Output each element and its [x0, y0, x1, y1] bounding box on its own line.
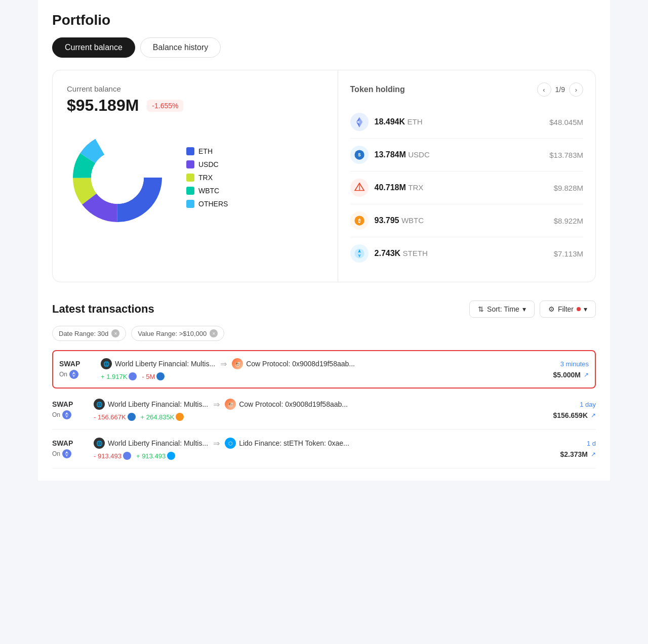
tx-addresses-2: 🌐 World Liberty Financial: Multis... ⇒ 🐮…: [94, 399, 539, 410]
eth-chain-icon-3: [62, 449, 71, 458]
balance-row: $95.189M -1.655%: [67, 96, 323, 115]
tx-amounts-3: - 913.493 + 913.493: [94, 452, 539, 460]
transactions-section: Latest transactions ⇅ Sort: Time ▾ ⚙ Fil…: [52, 300, 596, 468]
filter-chevron-icon: ▾: [584, 305, 587, 313]
tx-arrow-3: ⇒: [213, 439, 220, 448]
tx-time-3: 1 d: [545, 440, 596, 447]
external-link-icon-2[interactable]: ↗: [591, 412, 596, 419]
eth-amount: 18.494K ETH: [375, 117, 550, 126]
tx-addresses-3: 🌐 World Liberty Financial: Multis... ⇒ ⬡…: [94, 438, 539, 449]
token-header: Token holding ‹ 1/9 ›: [350, 82, 583, 97]
tx-chain-3: On: [52, 449, 88, 458]
token-row-trx: 40.718M TRX $9.828M: [350, 171, 583, 204]
usdc-value: $13.783M: [549, 151, 583, 159]
legend-usdc: USDC: [186, 160, 228, 168]
eth-chain-icon-2: [62, 410, 71, 419]
in-token-icon-3: [167, 452, 175, 460]
filter-tag-date: Date Range: 30d ×: [52, 326, 126, 341]
tx-type-left-1: SWAP On: [59, 360, 95, 379]
external-link-icon-3[interactable]: ↗: [591, 451, 596, 458]
tx-type-1: SWAP: [59, 360, 95, 368]
svg-marker-22: [74, 374, 75, 377]
tx-from-2: 🌐 World Liberty Financial: Multis...: [94, 399, 208, 410]
tab-balance-history[interactable]: Balance history: [140, 37, 221, 58]
trx-value: $9.828M: [554, 184, 583, 192]
svg-marker-20: [72, 372, 74, 374]
tx-from-label-1: World Liberty Financial: Multis...: [115, 360, 215, 368]
svg-marker-28: [65, 451, 67, 454]
usdc-icon: $: [350, 146, 369, 164]
out-token-icon-1: [156, 372, 165, 380]
token-row-wbtc: ₿ 93.795 WBTC $8.922M: [350, 204, 583, 237]
sort-icon: ⇅: [478, 305, 484, 313]
tx-to-label-1: Cow Protocol: 0x9008d19f58aab...: [246, 360, 355, 368]
wbtc-value: $8.922M: [554, 217, 583, 225]
page-info: 1/9: [555, 85, 565, 94]
tab-bar: Current balance Balance history: [52, 37, 596, 58]
tx-amount-out-1: - 5M: [142, 372, 165, 380]
tx-header: Latest transactions ⇅ Sort: Time ▾ ⚙ Fil…: [52, 300, 596, 318]
tx-arrow-2: ⇒: [213, 400, 220, 409]
chart-legend-row: ETH USDC TRX WBTC: [67, 127, 323, 228]
tx-type-3: SWAP: [52, 439, 88, 447]
tx-right-3: 1 d $2.373M ↗: [545, 440, 596, 458]
change-badge: -1.655%: [147, 100, 183, 112]
tx-right-1: 3 minutes $5.000M ↗: [538, 360, 589, 379]
remove-value-filter-button[interactable]: ×: [210, 329, 218, 337]
svg-marker-30: [67, 454, 68, 457]
tx-from-label-2: World Liberty Financial: Multis...: [108, 400, 208, 408]
tab-current-balance[interactable]: Current balance: [52, 37, 135, 58]
tx-type-2: SWAP: [52, 400, 88, 408]
wbtc-amount: 93.795 WBTC: [375, 216, 554, 225]
from-icon-3: 🌐: [94, 438, 105, 449]
steth-amount: 2.743K STETH: [375, 249, 554, 258]
in-token-icon-1: [129, 372, 137, 380]
filter-tag-value-label: Value Range: >$10,000: [138, 330, 207, 337]
tx-addresses-1: 🌐 World Liberty Financial: Multis... ⇒ 🐮…: [101, 358, 532, 369]
token-row-usdc: $ 13.784M USDC $13.783M: [350, 139, 583, 171]
balance-label: Current balance: [67, 84, 323, 93]
tx-row-2: SWAP On 🌐 World Liberty Financial: Multi…: [52, 391, 596, 430]
remove-date-filter-button[interactable]: ×: [111, 329, 119, 337]
tx-time-2: 1 day: [545, 401, 596, 408]
tx-time-1: 3 minutes: [538, 360, 589, 368]
tx-amount-out-2: - 156.667K: [94, 413, 136, 421]
sort-label: Sort: Time: [487, 305, 519, 313]
legend-eth: ETH: [186, 147, 228, 155]
prev-page-button[interactable]: ‹: [537, 82, 551, 97]
tx-chain-1: On: [59, 370, 95, 379]
filter-tag-date-label: Date Range: 30d: [59, 330, 108, 337]
donut-chart: [67, 127, 168, 228]
sort-button[interactable]: ⇅ Sort: Time ▾: [469, 300, 535, 318]
legend-wbtc: WBTC: [186, 187, 228, 195]
tx-type-left-2: SWAP On: [52, 400, 88, 419]
usdc-amount: 13.784M USDC: [375, 150, 550, 159]
tx-to-label-3: Lido Finance: stETH Token: 0xae...: [239, 439, 349, 447]
svg-marker-26: [67, 415, 68, 418]
chart-legend: ETH USDC TRX WBTC: [186, 147, 228, 208]
tx-from-3: 🌐 World Liberty Financial: Multis...: [94, 438, 208, 449]
tx-right-2: 1 day $156.659K ↗: [545, 401, 596, 419]
to-icon-1: 🐮: [232, 358, 243, 369]
eth-icon: [350, 113, 369, 131]
tx-to-3: ⬡ Lido Finance: stETH Token: 0xae...: [225, 438, 349, 449]
portfolio-panel: Current balance $95.189M -1.655%: [52, 70, 596, 282]
svg-text:$: $: [358, 152, 361, 157]
tx-usd-2: $156.659K: [553, 411, 588, 419]
from-icon-2: 🌐: [94, 399, 105, 410]
external-link-icon-1[interactable]: ↗: [584, 371, 589, 378]
eth-chain-icon-1: [69, 370, 78, 379]
to-icon-2: 🐮: [225, 399, 236, 410]
tx-middle-2: 🌐 World Liberty Financial: Multis... ⇒ 🐮…: [94, 399, 539, 421]
tx-from-1: 🌐 World Liberty Financial: Multis...: [101, 358, 215, 369]
pagination: ‹ 1/9 ›: [537, 82, 583, 97]
svg-point-5: [91, 151, 144, 204]
tx-chain-label-1: On: [59, 371, 67, 378]
svg-marker-27: [67, 451, 68, 454]
to-icon-3: ⬡: [225, 438, 236, 449]
filter-button[interactable]: ⚙ Filter ▾: [540, 300, 596, 318]
next-page-button[interactable]: ›: [569, 82, 583, 97]
filter-label: Filter: [558, 305, 574, 313]
filter-icon: ⚙: [548, 305, 555, 313]
tx-from-label-3: World Liberty Financial: Multis...: [108, 439, 208, 447]
